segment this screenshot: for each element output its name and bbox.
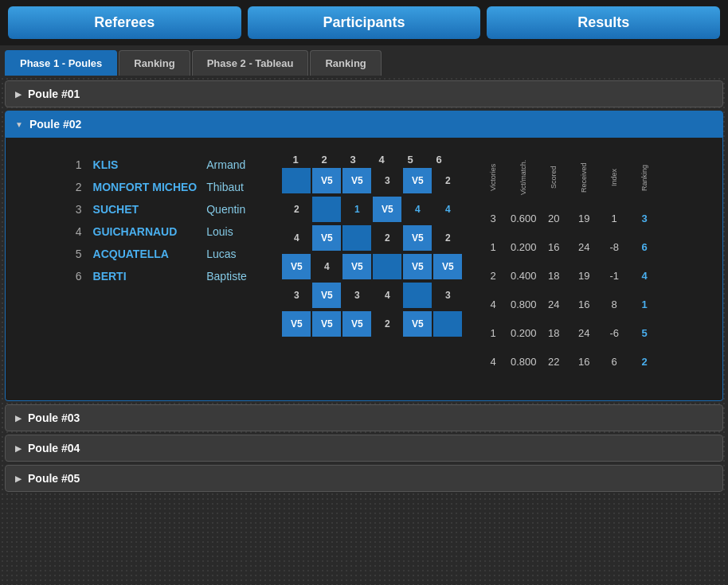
stat-header-scored: Scored [539,154,568,201]
player-row-5: 5 ACQUATELLA Lucas [69,243,265,265]
player-row-6: 6 BERTI Baptiste [69,265,265,287]
poule-03-chevron-right: ▶ [15,414,22,423]
poule-01-chevron-right: ▶ [15,90,22,99]
tabs: Phase 1 - Poules Ranking Phase 2 - Table… [0,45,728,76]
tab-phase2-tableau[interactable]: Phase 2 - Tableau [192,50,309,76]
matrix-row-2: 2 1 V5 4 4 [281,196,463,223]
stat-4-scored: 24 [539,298,568,310]
poule-02-body: 1 KLIS Armand 2 MONFORT MICHEO Thibaut 3… [5,138,723,401]
cell-3-5: V5 [403,225,432,251]
stat-header-vict-match: Vict/match. [509,154,538,201]
player-3-last: SUCHET [88,198,202,220]
stat-2-victories: 1 [479,241,507,253]
cell-2-4: V5 [373,197,401,222]
player-5-num: 5 [69,243,88,265]
cell-4-5: V5 [403,254,432,279]
cell-1-1 [282,168,311,193]
cell-1-4: 3 [373,168,401,193]
cell-5-4: 4 [373,283,401,308]
cell-1-3: V5 [342,168,371,193]
poule-01-header[interactable]: ▶ Poule #01 [5,80,723,107]
cell-2-3: 1 [342,197,371,222]
stats-headers: Victories Vict/match. Scored Received In… [479,154,659,201]
poule-04-chevron-right: ▶ [15,444,22,453]
tab-ranking-2[interactable]: Ranking [310,50,381,76]
cell-1-6: 2 [433,168,462,193]
cell-5-5 [403,283,432,308]
stat-3-victories: 2 [479,270,507,282]
player-1-last: KLIS [88,154,202,176]
poule-05-chevron-right: ▶ [15,474,22,483]
col-header-2: 2 [310,154,339,166]
stat-4-victories: 4 [479,298,507,310]
stats-row-2: 1 0.200 16 24 -8 6 [479,233,659,260]
stat-6-scored: 22 [539,356,568,368]
player-1-num: 1 [69,154,88,176]
stat-4-index: 8 [600,298,628,310]
tab-phase1-poules[interactable]: Phase 1 - Poules [5,50,117,76]
col-header-5: 5 [396,154,425,166]
cell-6-3: V5 [342,311,371,337]
poule-03-section: ▶ Poule #03 [5,404,723,431]
col-header-6: 6 [425,154,453,166]
poule-01-section: ▶ Poule #01 [5,80,723,107]
stat-6-received: 16 [569,356,598,368]
main-content: ▶ Poule #01 ▼ Poule #02 1 KLIS Armand 2 [0,76,728,500]
player-2-num: 2 [69,176,88,198]
stat-5-victories: 1 [479,327,507,339]
poule-04-header[interactable]: ▶ Poule #04 [5,435,723,462]
cell-6-6 [433,311,462,337]
cell-4-4 [373,254,401,279]
cell-2-2 [312,197,341,222]
poule-03-label: Poule #03 [28,411,80,424]
referees-button[interactable]: Referees [8,6,241,39]
player-6-num: 6 [69,265,88,287]
cell-4-3: V5 [342,254,371,279]
stat-3-vict: 0.400 [509,270,538,282]
stat-2-vict: 0.200 [509,241,538,253]
stat-6-index: 6 [600,356,628,368]
scores-layout: 1 KLIS Armand 2 MONFORT MICHEO Thibaut 3… [14,154,714,376]
cell-1-5: V5 [403,168,432,193]
poule-04-section: ▶ Poule #04 [5,435,723,462]
col-header-1: 1 [281,154,310,166]
stat-6-vict: 0.800 [509,356,538,368]
poule-03-header[interactable]: ▶ Poule #03 [5,404,723,431]
stats-row-3: 2 0.400 18 19 -1 4 [479,262,659,289]
results-button[interactable]: Results [487,6,720,39]
tab-ranking-1[interactable]: Ranking [119,50,190,76]
cell-1-2: V5 [312,168,341,193]
matrix-row-1: V5 V5 3 V5 2 [281,167,463,194]
poule-02-header[interactable]: ▼ Poule #02 [5,111,723,138]
cell-5-1: 3 [282,283,311,308]
stat-header-ranking: Ranking [630,154,659,201]
player-4-last: GUICHARNAUD [88,220,202,243]
cell-3-6: 2 [433,225,462,251]
stat-5-ranking: 5 [630,327,659,339]
poule-05-header[interactable]: ▶ Poule #05 [5,465,723,492]
poule-02-chevron-down: ▼ [15,120,23,129]
stats: Victories Vict/match. Scored Received In… [479,154,659,376]
cell-3-2: V5 [312,225,341,251]
stat-6-victories: 4 [479,356,507,368]
stat-3-scored: 18 [539,270,568,282]
stat-4-vict: 0.800 [509,298,538,310]
participants-button[interactable]: Participants [248,6,481,39]
stat-header-received: Received [569,154,598,201]
player-6-first: Baptiste [202,265,265,287]
header: Referees Participants Results [0,0,728,45]
stat-3-ranking: 4 [630,270,659,282]
player-4-num: 4 [69,220,88,243]
stat-4-ranking: 1 [630,298,659,310]
stat-header-index: Index [600,154,628,201]
player-6-last: BERTI [88,265,202,287]
stat-3-index: -1 [600,270,628,282]
player-row-2: 2 MONFORT MICHEO Thibaut [69,176,265,198]
player-5-first: Lucas [202,243,265,265]
matrix-row-6: V5 V5 V5 2 V5 [281,310,463,337]
poule-05-label: Poule #05 [28,472,80,485]
cell-5-2: V5 [312,283,341,308]
poule-04-label: Poule #04 [28,442,80,454]
players-list: 1 KLIS Armand 2 MONFORT MICHEO Thibaut 3… [69,154,265,287]
stat-2-received: 24 [569,241,598,253]
